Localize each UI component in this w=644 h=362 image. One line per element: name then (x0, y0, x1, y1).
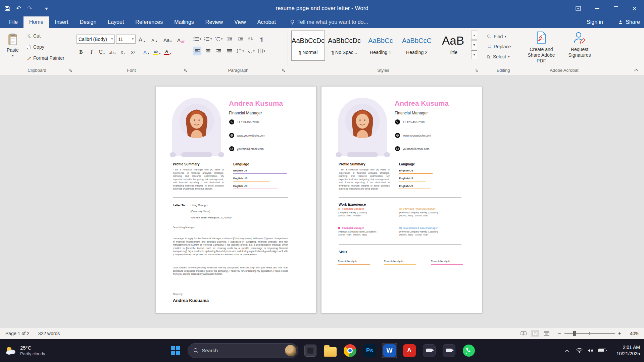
font-family-select[interactable]: Calibri (Body)▾ (77, 35, 115, 44)
style-normal[interactable]: AaBbCcDc ¶ Normal (291, 31, 325, 61)
request-signatures-button[interactable]: Request Signatures (561, 31, 598, 58)
start-button[interactable] (168, 343, 183, 358)
word-icon[interactable]: W (382, 343, 397, 358)
shading-button[interactable]: ▾ (247, 47, 255, 55)
justify-button[interactable] (225, 47, 234, 55)
copy-button[interactable]: Copy (26, 43, 45, 51)
bold-button[interactable]: B (77, 47, 86, 56)
sort-button[interactable]: AZ (247, 35, 255, 43)
zoom-level[interactable]: 40% (625, 331, 639, 336)
collapse-ribbon-button[interactable] (634, 69, 639, 71)
clear-formatting-button[interactable]: A (176, 35, 185, 44)
chrome-icon[interactable] (342, 343, 358, 358)
zoom-slider-thumb[interactable] (573, 331, 576, 336)
align-right-button[interactable] (214, 47, 223, 55)
redo-button[interactable]: ↷ (27, 5, 32, 11)
style-heading-2[interactable]: AaBbCcC Heading 2 (400, 31, 434, 61)
show-paragraph-marks-button[interactable]: ¶ (257, 35, 266, 43)
tab-mailings[interactable]: Mailings (168, 16, 200, 28)
underline-button[interactable]: U▾ (97, 47, 106, 56)
highlight-color-button[interactable]: ab▾ (152, 47, 162, 56)
borders-button[interactable]: ▾ (257, 47, 266, 55)
paste-button[interactable]: Paste ▾ (3, 31, 23, 65)
tray-chevron-up-icon[interactable] (565, 349, 569, 352)
ribbon-display-options-button[interactable] (569, 0, 588, 16)
document-page-1[interactable]: Andrea Kusuma Financial Manager +1 123-4… (155, 86, 316, 313)
battery-icon[interactable] (598, 349, 606, 352)
maximize-button[interactable] (606, 0, 625, 16)
tab-layout[interactable]: Layout (102, 16, 130, 28)
increase-indent-button[interactable] (236, 35, 244, 43)
text-effects-button[interactable]: A▾ (142, 47, 151, 56)
clipboard-dialog-launcher[interactable] (68, 68, 72, 72)
strikethrough-button[interactable]: abc (108, 47, 117, 56)
customize-quick-access-button[interactable] (44, 7, 49, 10)
font-size-select[interactable]: 11▾ (116, 35, 136, 44)
app-icon-dark-window[interactable] (303, 343, 318, 358)
shrink-font-button[interactable]: A▼ (150, 35, 159, 44)
italic-button[interactable]: I (87, 47, 96, 56)
change-case-button[interactable]: Aa▾ (162, 35, 173, 44)
tell-me-box[interactable]: Tell me what you want to do... (290, 16, 368, 28)
tab-design[interactable]: Design (74, 16, 102, 28)
styles-scroll-up-button[interactable]: ▲ (471, 31, 477, 40)
share-button[interactable]: Share (618, 16, 640, 28)
numbering-button[interactable]: ▾ (204, 35, 212, 43)
video-app-icon-2[interactable] (441, 343, 457, 358)
word-count-indicator[interactable]: 322 words (38, 331, 60, 336)
replace-button[interactable]: Replace (486, 43, 512, 51)
bullets-button[interactable]: ▾ (193, 35, 201, 43)
tab-home[interactable]: Home (23, 16, 49, 28)
volume-icon[interactable] (588, 348, 593, 353)
tab-file[interactable]: File (3, 16, 23, 28)
align-center-button[interactable] (204, 47, 212, 55)
file-explorer-icon[interactable] (323, 343, 338, 358)
photoshop-icon[interactable]: Ps (362, 343, 378, 358)
style-no-spacing[interactable]: AaBbCcDc ¶ No Spac... (328, 31, 361, 61)
align-left-button[interactable] (193, 47, 201, 55)
page-count-indicator[interactable]: Page 1 of 2 (5, 331, 30, 336)
zoom-out-button[interactable]: − (558, 330, 561, 337)
whatsapp-icon[interactable] (461, 343, 477, 358)
font-color-button[interactable]: A▾ (163, 47, 173, 56)
tab-references[interactable]: References (130, 16, 168, 28)
video-app-icon-1[interactable] (422, 343, 437, 358)
minimize-button[interactable] (588, 0, 606, 16)
font-dialog-launcher[interactable] (183, 68, 188, 72)
find-button[interactable]: Find▾ (486, 33, 507, 41)
undo-button[interactable]: ↶ (16, 5, 21, 11)
wifi-icon[interactable] (576, 348, 583, 353)
grow-font-button[interactable]: A▲ (138, 35, 147, 44)
tab-insert[interactable]: Insert (49, 16, 74, 28)
web-layout-button[interactable] (542, 330, 550, 337)
format-painter-button[interactable]: Format Painter (26, 54, 65, 62)
styles-dialog-launcher[interactable] (474, 68, 478, 72)
decrease-indent-button[interactable] (225, 35, 234, 43)
tab-review[interactable]: Review (200, 16, 229, 28)
clock[interactable]: 2:01 AM 10/21/2025 (611, 344, 640, 357)
read-mode-button[interactable] (519, 330, 528, 337)
sign-in-link[interactable]: Sign in (587, 16, 603, 28)
style-heading-1[interactable]: AaBbCc Heading 1 (364, 31, 397, 61)
close-button[interactable]: × (625, 0, 644, 16)
style-title[interactable]: AaB Title (436, 31, 470, 61)
styles-scroll-down-button[interactable]: ▼ (471, 40, 477, 49)
line-spacing-button[interactable]: ▾ (236, 47, 244, 55)
paragraph-dialog-launcher[interactable] (281, 68, 286, 72)
create-share-pdf-button[interactable]: Create and Share Adobe PDF (523, 31, 560, 64)
tab-view[interactable]: View (229, 16, 251, 28)
select-button[interactable]: Select▾ (486, 53, 510, 61)
document-page-2[interactable]: Andrea Kusuma Financial Manager +1 123-4… (321, 86, 482, 313)
cut-button[interactable]: Cut (26, 32, 42, 40)
multilevel-list-button[interactable]: ▾ (214, 35, 223, 43)
zoom-in-button[interactable]: + (618, 330, 621, 337)
superscript-button[interactable]: X² (129, 47, 138, 56)
zoom-slider[interactable] (564, 333, 615, 334)
styles-more-button[interactable]: ▼ (471, 50, 477, 59)
tab-acrobat[interactable]: Acrobat (252, 16, 282, 28)
taskbar-search[interactable]: Search (188, 343, 298, 358)
print-layout-button[interactable] (531, 330, 539, 337)
subscript-button[interactable]: X₂ (118, 47, 127, 56)
save-icon[interactable] (5, 6, 10, 11)
weather-widget[interactable]: 25°C Partly cloudy (5, 339, 45, 362)
